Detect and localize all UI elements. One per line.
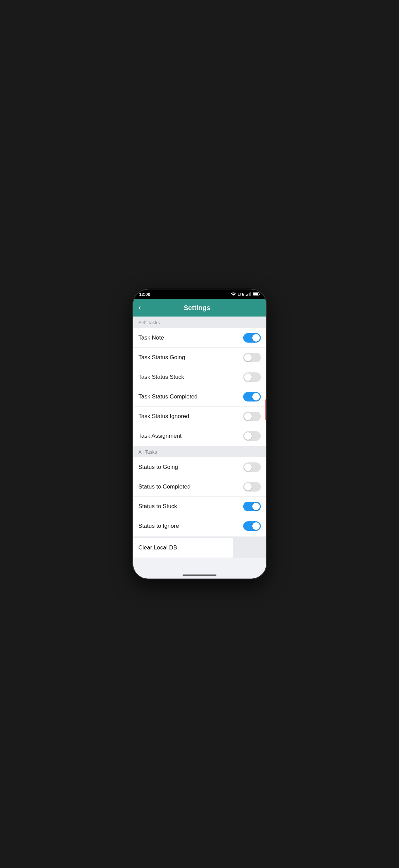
- clear-db-section: Clear Local DB: [133, 537, 266, 558]
- bottom-space: [133, 558, 266, 572]
- status-to-ignore-item: Status to Ignore: [133, 516, 266, 536]
- svg-rect-3: [250, 292, 251, 296]
- signal-icon: [246, 292, 251, 296]
- page-title: Settings: [145, 304, 249, 312]
- all-tasks-section: All Tasks Status to Going Status to Comp…: [133, 446, 266, 536]
- status-to-stuck-label: Status to Stuck: [139, 503, 177, 510]
- task-status-going-item: Task Status Going: [133, 348, 266, 367]
- task-assignment-label: Task Assignment: [139, 433, 182, 439]
- status-icons: LTE: [231, 292, 260, 296]
- phone-frame: 12:00 LTE: [133, 289, 266, 579]
- status-to-ignore-toggle[interactable]: [243, 521, 261, 531]
- all-tasks-header: All Tasks: [133, 446, 266, 457]
- status-time: 12:00: [139, 292, 150, 297]
- status-to-going-item: Status to Going: [133, 457, 266, 477]
- task-assignment-toggle[interactable]: [243, 431, 261, 441]
- home-indicator: [133, 572, 266, 579]
- task-status-ignored-toggle[interactable]: [243, 412, 261, 421]
- task-status-ignored-item: Task Status Ignored: [133, 407, 266, 426]
- task-status-ignored-label: Task Status Ignored: [139, 413, 189, 420]
- scrollbar-accent: [265, 399, 266, 420]
- task-status-going-toggle[interactable]: [243, 353, 261, 362]
- app-bar: ‹ Settings: [133, 299, 266, 317]
- battery-icon: [253, 292, 260, 296]
- settings-content: Self Tasks Task Note Task Status Going: [133, 317, 266, 572]
- task-status-going-label: Task Status Going: [139, 354, 185, 361]
- task-status-completed-toggle[interactable]: [243, 392, 261, 402]
- wifi-icon: [231, 292, 236, 296]
- status-to-stuck-item: Status to Stuck: [133, 497, 266, 516]
- status-to-going-label: Status to Going: [139, 464, 178, 471]
- task-status-stuck-item: Task Status Stuck: [133, 367, 266, 387]
- task-note-label: Task Note: [139, 334, 164, 341]
- self-tasks-list: Task Note Task Status Going: [133, 328, 266, 446]
- svg-rect-1: [247, 294, 248, 297]
- status-to-ignore-label: Status to Ignore: [139, 523, 179, 529]
- status-to-stuck-toggle[interactable]: [243, 502, 261, 511]
- svg-rect-0: [246, 295, 247, 296]
- task-note-toggle[interactable]: [243, 333, 261, 343]
- status-to-completed-item: Status to Completed: [133, 477, 266, 497]
- task-status-stuck-label: Task Status Stuck: [139, 374, 184, 381]
- status-to-completed-label: Status to Completed: [139, 483, 191, 490]
- back-button[interactable]: ‹: [139, 303, 141, 312]
- all-tasks-list: Status to Going Status to Completed: [133, 457, 266, 536]
- status-to-completed-toggle[interactable]: [243, 482, 261, 492]
- task-status-completed-item: Task Status Completed: [133, 387, 266, 407]
- self-tasks-section: Self Tasks Task Note Task Status Going: [133, 317, 266, 446]
- home-bar: [183, 574, 216, 576]
- task-status-stuck-toggle[interactable]: [243, 372, 261, 382]
- clear-db-item[interactable]: Clear Local DB: [133, 538, 233, 558]
- task-assignment-item: Task Assignment: [133, 426, 266, 446]
- lte-label: LTE: [238, 292, 245, 296]
- phone-screen: 12:00 LTE: [133, 289, 266, 579]
- self-tasks-header: Self Tasks: [133, 317, 266, 328]
- status-to-going-toggle[interactable]: [243, 462, 261, 472]
- status-bar: 12:00 LTE: [133, 289, 266, 299]
- task-status-completed-label: Task Status Completed: [139, 393, 198, 400]
- svg-rect-5: [253, 293, 258, 296]
- task-note-item: Task Note: [133, 328, 266, 348]
- svg-rect-2: [249, 293, 250, 296]
- clear-db-label: Clear Local DB: [139, 544, 177, 551]
